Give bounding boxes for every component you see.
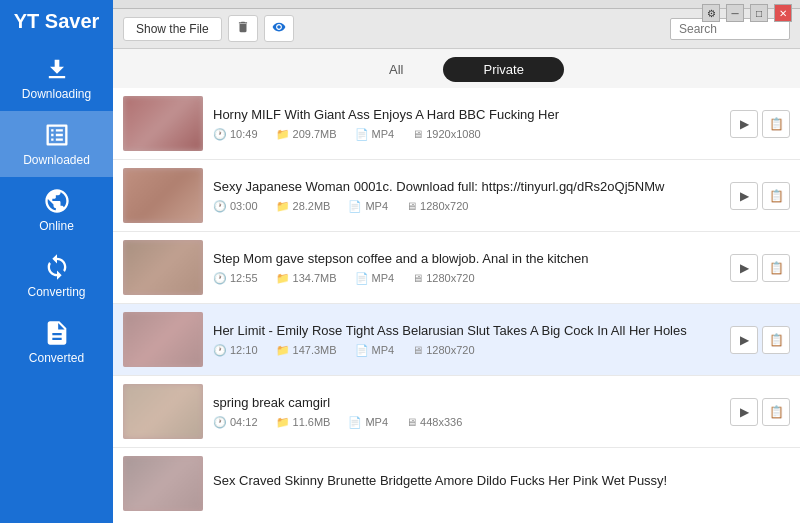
maximize-button[interactable]: □: [750, 4, 768, 22]
top-bar: ⚙ ─ □ ✕: [113, 0, 800, 9]
screen-icon: 🖥: [406, 416, 417, 428]
play-button[interactable]: ▶: [730, 398, 758, 426]
sidebar-item-downloading[interactable]: Downloading: [0, 45, 113, 111]
thumbnail: [123, 312, 203, 367]
screen-icon: 🖥: [412, 128, 423, 140]
table-row: Sexy Japanese Woman 0001c. Download full…: [113, 160, 800, 232]
no-preview-button[interactable]: [264, 15, 294, 42]
filesize: 📁 134.7MB: [276, 272, 337, 285]
format: 📄 MP4: [348, 200, 388, 213]
video-title: Her Limit - Emily Rose Tight Ass Belarus…: [213, 323, 720, 338]
resolution: 🖥 448x336: [406, 416, 462, 428]
format: 📄 MP4: [355, 128, 395, 141]
video-meta: 🕐 12:55 📁 134.7MB 📄 MP4 🖥 1280x720: [213, 272, 720, 285]
video-meta: 🕐 04:12 📁 11.6MB 📄 MP4 🖥 448x336: [213, 416, 720, 429]
play-button[interactable]: ▶: [730, 182, 758, 210]
globe-icon: [43, 187, 71, 215]
convert-icon: [43, 253, 71, 281]
duration: 🕐 12:10: [213, 344, 258, 357]
filesize: 📁 147.3MB: [276, 344, 337, 357]
clock-icon: 🕐: [213, 128, 227, 141]
folder-button[interactable]: 📋: [762, 326, 790, 354]
folder-button[interactable]: 📋: [762, 398, 790, 426]
duration: 🕐 12:55: [213, 272, 258, 285]
table-row: Sex Craved Skinny Brunette Bridgette Amo…: [113, 448, 800, 519]
video-meta: 🕐 10:49 📁 209.7MB 📄 MP4 🖥 1920x1080: [213, 128, 720, 141]
clock-icon: 🕐: [213, 272, 227, 285]
file-icon: 📄: [348, 200, 362, 213]
table-row: spring break camgirl 🕐 04:12 📁 11.6MB 📄 …: [113, 376, 800, 448]
thumbnail: [123, 96, 203, 151]
minimize-button[interactable]: ─: [726, 4, 744, 22]
thumbnail: [123, 240, 203, 295]
folder-button[interactable]: 📋: [762, 182, 790, 210]
video-title: spring break camgirl: [213, 395, 720, 410]
video-info: Step Mom gave stepson coffee and a blowj…: [213, 251, 720, 285]
table-row: Her Limit - Emily Rose Tight Ass Belarus…: [113, 304, 800, 376]
clock-icon: 🕐: [213, 200, 227, 213]
video-list: Horny MILF With Giant Ass Enjoys A Hard …: [113, 88, 800, 523]
sidebar-item-online[interactable]: Online: [0, 177, 113, 243]
sidebar-item-converting[interactable]: Converting: [0, 243, 113, 309]
filesize: 📁 11.6MB: [276, 416, 331, 429]
video-meta: 🕐 12:10 📁 147.3MB 📄 MP4 🖥 1280x720: [213, 344, 720, 357]
close-button[interactable]: ✕: [774, 4, 792, 22]
folder-icon: 📁: [276, 128, 290, 141]
tab-bar: All Private: [113, 49, 800, 88]
toolbar: Show the File: [113, 9, 800, 49]
video-actions: ▶ 📋: [730, 326, 790, 354]
folder-icon: 📁: [276, 344, 290, 357]
video-title: Step Mom gave stepson coffee and a blowj…: [213, 251, 720, 266]
folder-icon: 📁: [276, 416, 290, 429]
format: 📄 MP4: [348, 416, 388, 429]
settings-button[interactable]: ⚙: [702, 4, 720, 22]
table-row: Step Mom gave stepson coffee and a blowj…: [113, 232, 800, 304]
doc-icon: [43, 319, 71, 347]
video-title: Sexy Japanese Woman 0001c. Download full…: [213, 179, 720, 194]
folder-button[interactable]: 📋: [762, 110, 790, 138]
sidebar-label-converting: Converting: [27, 285, 85, 299]
folder-icon: 📁: [276, 200, 290, 213]
download-icon: [43, 55, 71, 83]
file-icon: 📄: [355, 344, 369, 357]
delete-button[interactable]: [228, 15, 258, 42]
video-title: Sex Craved Skinny Brunette Bridgette Amo…: [213, 473, 790, 488]
thumbnail: [123, 456, 203, 511]
sidebar-item-converted[interactable]: Converted: [0, 309, 113, 375]
tab-private[interactable]: Private: [443, 57, 563, 82]
thumbnail: [123, 384, 203, 439]
resolution: 🖥 1280x720: [412, 272, 474, 284]
duration: 🕐 04:12: [213, 416, 258, 429]
video-actions: ▶ 📋: [730, 398, 790, 426]
clock-icon: 🕐: [213, 344, 227, 357]
filesize: 📁 209.7MB: [276, 128, 337, 141]
video-title: Horny MILF With Giant Ass Enjoys A Hard …: [213, 107, 720, 122]
main-panel: ⚙ ─ □ ✕ Show the File All Private Horny …: [113, 0, 800, 523]
sidebar-item-downloaded[interactable]: Downloaded: [0, 111, 113, 177]
play-button[interactable]: ▶: [730, 110, 758, 138]
show-file-button[interactable]: Show the File: [123, 17, 222, 41]
filesize: 📁 28.2MB: [276, 200, 331, 213]
video-info: Sex Craved Skinny Brunette Bridgette Amo…: [213, 473, 790, 494]
thumbnail: [123, 168, 203, 223]
file-icon: 📄: [348, 416, 362, 429]
format: 📄 MP4: [355, 344, 395, 357]
film-icon: [43, 121, 71, 149]
resolution: 🖥 1920x1080: [412, 128, 480, 140]
tab-all[interactable]: All: [349, 57, 443, 82]
sidebar-label-converted: Converted: [29, 351, 84, 365]
video-info: Sexy Japanese Woman 0001c. Download full…: [213, 179, 720, 213]
sidebar: YT Saver Downloading Downloaded Online: [0, 0, 113, 523]
video-actions: ▶ 📋: [730, 110, 790, 138]
resolution: 🖥 1280x720: [406, 200, 468, 212]
screen-icon: 🖥: [406, 200, 417, 212]
folder-button[interactable]: 📋: [762, 254, 790, 282]
table-row: Horny MILF With Giant Ass Enjoys A Hard …: [113, 88, 800, 160]
duration: 🕐 10:49: [213, 128, 258, 141]
video-meta: 🕐 03:00 📁 28.2MB 📄 MP4 🖥 1280x720: [213, 200, 720, 213]
video-actions: ▶ 📋: [730, 182, 790, 210]
play-button[interactable]: ▶: [730, 326, 758, 354]
sidebar-label-downloaded: Downloaded: [23, 153, 90, 167]
play-button[interactable]: ▶: [730, 254, 758, 282]
video-actions: ▶ 📋: [730, 254, 790, 282]
